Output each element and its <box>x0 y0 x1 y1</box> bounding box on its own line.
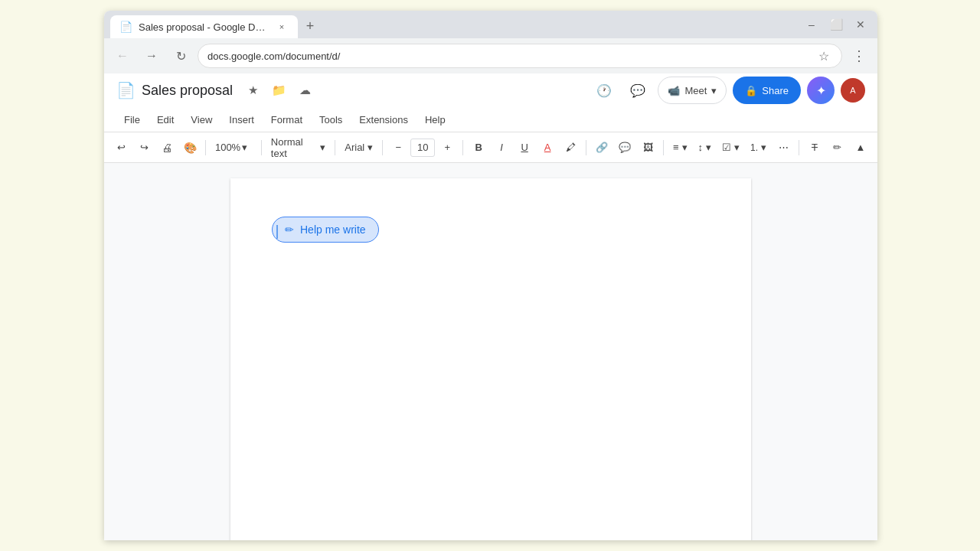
cloud-button[interactable]: ☁ <box>294 80 315 101</box>
list-ordered-arrow-icon: ▾ <box>761 142 766 153</box>
user-avatar[interactable]: A <box>841 78 865 103</box>
folder-button[interactable]: 📁 <box>268 80 289 101</box>
zoom-value: 100% <box>215 142 240 153</box>
document-page[interactable]: ✏ Help me write <box>230 178 751 540</box>
separator-5 <box>462 140 463 155</box>
text-color-a-label: A <box>544 142 551 153</box>
tab-title: Sales proposal - Google Doc... <box>139 21 269 33</box>
menu-view[interactable]: View <box>183 111 220 129</box>
underline-button[interactable]: U <box>514 137 535 158</box>
share-label: Share <box>762 85 789 96</box>
zoom-select[interactable]: 100% ▾ <box>211 137 256 158</box>
share-button[interactable]: 🔒 Share <box>733 77 801 104</box>
gemini-star-icon: ✦ <box>816 83 826 98</box>
maximize-button[interactable]: ⬜ <box>825 14 847 35</box>
pen-tool-button[interactable]: ✏ <box>827 137 848 158</box>
menu-insert[interactable]: Insert <box>221 111 262 129</box>
undo-button[interactable]: ↩ <box>110 137 132 158</box>
title-icons: ★ 📁 ☁ <box>242 80 315 101</box>
separator-4 <box>382 140 383 155</box>
help-me-write-button[interactable]: ✏ Help me write <box>272 217 379 243</box>
link-button[interactable]: 🔗 <box>591 137 612 158</box>
menu-format[interactable]: Format <box>263 111 310 129</box>
line-spacing-select[interactable]: ↕ ▾ <box>694 137 717 158</box>
meet-icon: 📹 <box>668 85 680 96</box>
text-style-value: Normal text <box>271 136 317 159</box>
menu-extensions[interactable]: Extensions <box>351 111 416 129</box>
image-button[interactable]: 🖼 <box>637 137 658 158</box>
line-spacing-arrow-icon: ▾ <box>706 142 711 153</box>
separator-7 <box>663 140 664 155</box>
separator-2 <box>261 140 262 155</box>
text-color-button[interactable]: A <box>537 137 558 158</box>
checklist-arrow-icon: ▾ <box>734 142 740 153</box>
title-actions: 🕐 💬 📹 Meet ▾ 🔒 Share ✦ A <box>590 77 865 104</box>
meet-button[interactable]: 📹 Meet ▾ <box>658 77 727 104</box>
tab-doc-icon: 📄 <box>119 21 132 33</box>
separator-8 <box>799 140 799 155</box>
align-icon: ≡ <box>673 142 679 153</box>
meet-arrow-icon: ▾ <box>711 85 717 96</box>
address-bar-row: ← → ↻ docs.google.com/document/d/ ☆ ⋮ <box>104 38 877 73</box>
checklist-icon: ☑ <box>722 142 731 153</box>
forward-button[interactable]: → <box>139 44 164 68</box>
clear-formatting-button[interactable]: T <box>804 137 825 158</box>
redo-button[interactable]: ↪ <box>133 137 155 158</box>
zoom-arrow-icon: ▾ <box>242 142 247 153</box>
help-write-icon: ✏ <box>285 223 294 236</box>
list-ordered-select[interactable]: 1. ▾ <box>746 137 771 158</box>
active-tab[interactable]: 📄 Sales proposal - Google Doc... × <box>110 15 298 38</box>
menu-help[interactable]: Help <box>417 111 453 129</box>
title-bar: 📄 Sales proposal ★ 📁 ☁ 🕐 💬 📹 Meet ▾ 🔒 Sh… <box>104 73 877 107</box>
separator-1 <box>205 140 206 155</box>
menu-edit[interactable]: Edit <box>149 111 181 129</box>
star-button[interactable]: ★ <box>242 80 263 101</box>
browser-window: 📄 Sales proposal - Google Doc... × + – ⬜… <box>104 11 877 540</box>
line-spacing-icon: ↕ <box>698 142 704 153</box>
menu-file[interactable]: File <box>116 111 148 129</box>
gemini-button[interactable]: ✦ <box>807 77 835 104</box>
font-select[interactable]: Arial ▾ <box>340 137 377 158</box>
address-text: docs.google.com/document/d/ <box>207 51 815 62</box>
back-button[interactable]: ← <box>110 44 135 68</box>
font-value: Arial <box>345 142 364 153</box>
text-style-select[interactable]: Normal text ▾ <box>266 137 330 158</box>
font-size-plus-button[interactable]: + <box>436 137 458 158</box>
checklist-select[interactable]: ☑ ▾ <box>717 137 744 158</box>
bookmark-icon[interactable]: ☆ <box>815 49 832 64</box>
help-write-label: Help me write <box>300 223 366 236</box>
document-area[interactable]: ✏ Help me write <box>104 163 877 540</box>
new-tab-button[interactable]: + <box>299 15 321 37</box>
address-bar[interactable]: docs.google.com/document/d/ ☆ <box>198 44 842 68</box>
italic-button[interactable]: I <box>491 137 512 158</box>
menu-tools[interactable]: Tools <box>312 111 350 129</box>
document-title[interactable]: Sales proposal <box>142 83 233 99</box>
comment-button[interactable]: 💬 <box>624 77 652 104</box>
separator-6 <box>586 140 586 155</box>
browser-menu-button[interactable]: ⋮ <box>847 44 871 68</box>
share-lock-icon: 🔒 <box>745 85 757 96</box>
close-button[interactable]: ✕ <box>850 14 871 35</box>
minimize-button[interactable]: – <box>801 14 822 35</box>
text-style-arrow-icon: ▾ <box>320 142 325 153</box>
collapse-toolbar-button[interactable]: ▲ <box>850 137 871 158</box>
tab-close-button[interactable]: × <box>275 20 289 34</box>
highlight-button[interactable]: 🖍 <box>560 137 581 158</box>
bold-button[interactable]: B <box>468 137 489 158</box>
list-ordered-icon: 1. <box>750 142 758 153</box>
avatar-initials: A <box>850 86 855 95</box>
paint-format-button[interactable]: 🎨 <box>179 137 201 158</box>
font-arrow-icon: ▾ <box>368 142 373 153</box>
menu-bar: File Edit View Insert Format Tools Exten… <box>104 107 877 132</box>
format-toolbar: ↩ ↪ 🖨 🎨 100% ▾ Normal text ▾ Arial ▾ − + <box>104 132 877 162</box>
more-options-button[interactable]: ⋯ <box>773 137 794 158</box>
tab-bar: 📄 Sales proposal - Google Doc... × + – ⬜… <box>104 11 877 38</box>
comment-inline-button[interactable]: 💬 <box>614 137 635 158</box>
docs-logo-icon: 📄 <box>116 81 136 99</box>
font-size-minus-button[interactable]: − <box>387 137 409 158</box>
history-button[interactable]: 🕐 <box>590 77 618 104</box>
font-size-input[interactable] <box>410 139 435 157</box>
align-select[interactable]: ≡ ▾ <box>668 137 692 158</box>
refresh-button[interactable]: ↻ <box>168 44 193 68</box>
print-button[interactable]: 🖨 <box>156 137 178 158</box>
